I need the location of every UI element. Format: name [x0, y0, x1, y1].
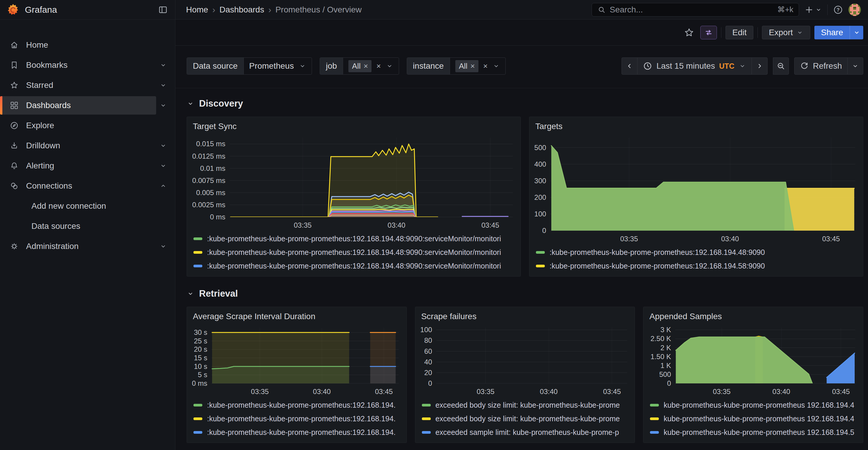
time-picker-group: Last 15 minutes UTC	[622, 58, 768, 74]
targets-chart[interactable]: 010020030040050003:3503:4003:45	[532, 133, 859, 244]
svg-text:0: 0	[542, 226, 546, 234]
sidebar-item-drilldown[interactable]: Drilldown	[0, 136, 175, 156]
chevron-down-icon[interactable]	[156, 61, 170, 69]
chevron-down-icon[interactable]	[156, 142, 170, 150]
svg-text:0: 0	[667, 379, 671, 387]
export-button[interactable]: Export	[762, 26, 810, 39]
sidebar-item-home[interactable]: Home	[0, 35, 175, 55]
chevron-down-icon[interactable]	[156, 101, 170, 109]
clear-all-icon[interactable]: ×	[376, 62, 381, 71]
legend-item[interactable]: :kube-prometheus-kube-prome-prometheus:1…	[193, 232, 518, 246]
sidebar-item-administration[interactable]: Administration	[0, 236, 175, 256]
scrape-failures-chart[interactable]: 02040608010003:3503:4003:45	[418, 324, 631, 397]
svg-text:1.50 K: 1.50 K	[651, 353, 671, 361]
panel-title[interactable]: Average Scrape Interval Duration	[187, 307, 406, 322]
legend-item[interactable]: exceeded sample limit: kube-prometheus-k…	[422, 425, 632, 439]
legend-item[interactable]: kube-prometheus-kube-prome-prometheus 19…	[650, 425, 861, 439]
sidebar-link-explore[interactable]: Explore	[0, 116, 170, 135]
sidebar-item-bookmarks[interactable]: Bookmarks	[0, 55, 175, 75]
sidebar-item-label: Drilldown	[26, 141, 60, 151]
sidebar-item-add-new-connection[interactable]: Add new connection	[0, 196, 175, 216]
sidebar-item-explore[interactable]: Explore	[0, 116, 175, 136]
search-box[interactable]: ⌘+k	[592, 3, 799, 17]
favorite-star-button[interactable]	[682, 26, 696, 40]
panel-title[interactable]: Target Sync	[187, 117, 521, 132]
variable-value-dropdown[interactable]: All××	[450, 58, 505, 74]
sidebar-link-starred[interactable]: Starred	[0, 76, 156, 94]
time-range-picker[interactable]: Last 15 minutes UTC	[637, 58, 752, 74]
legend-item[interactable]: :kube-prometheus-kube-prome-prometheus:1…	[193, 398, 404, 412]
legend-item[interactable]: :kube-prometheus-kube-prome-prometheus:1…	[536, 259, 861, 273]
legend-item[interactable]: :kube-prometheus-kube-prome-prometheus:1…	[193, 412, 404, 425]
appended-samples-chart[interactable]: 05001 K1.50 K2 K2.50 K3 K03:3503:4003:45	[646, 324, 859, 397]
search-input[interactable]	[610, 5, 774, 14]
chevron-down-icon[interactable]	[156, 162, 170, 170]
sidebar-link-administration[interactable]: Administration	[0, 237, 156, 256]
svg-text:03:35: 03:35	[620, 235, 638, 243]
average-scrape-interval-duration-chart[interactable]: 0 ms5 s10 s15 s20 s25 s30 s03:3503:4003:…	[189, 324, 402, 397]
legend-color-dash	[193, 237, 202, 240]
legend-item[interactable]: exceeded body size limit: kube-prometheu…	[422, 412, 632, 425]
variable-chip[interactable]: All×	[455, 60, 478, 72]
section-header-discovery[interactable]: Discovery	[187, 98, 863, 109]
chevron-down-icon[interactable]	[156, 243, 170, 250]
sidebar-link-drilldown[interactable]: Drilldown	[0, 136, 156, 155]
legend-item[interactable]: :kube-prometheus-kube-prome-prometheus:1…	[536, 246, 861, 259]
chip-remove-icon[interactable]: ×	[364, 62, 368, 71]
sidebar-link-dashboards[interactable]: Dashboards	[0, 96, 156, 115]
refresh-interval-dropdown[interactable]	[847, 58, 863, 74]
legend-item[interactable]: :kube-prometheus-kube-prome-prometheus:1…	[193, 246, 518, 259]
sidebar-link-data-sources[interactable]: Data sources	[0, 217, 170, 235]
sidebar-link-home[interactable]: Home	[0, 36, 170, 54]
panel-title[interactable]: Scrape failures	[415, 307, 635, 322]
dock-menu-button[interactable]	[158, 5, 168, 15]
svg-text:5 s: 5 s	[198, 371, 207, 379]
share-group: Share	[814, 26, 863, 39]
chip-remove-icon[interactable]: ×	[470, 62, 475, 71]
sidebar-link-bookmarks[interactable]: Bookmarks	[0, 56, 156, 74]
refresh-button[interactable]: Refresh	[794, 58, 847, 74]
time-shift-forward-button[interactable]	[751, 58, 768, 74]
breadcrumb-item-home[interactable]: Home	[186, 5, 208, 14]
user-avatar[interactable]	[848, 4, 861, 16]
sidebar-link-connections[interactable]: Connections	[0, 177, 156, 195]
edit-button[interactable]: Edit	[725, 26, 753, 39]
breadcrumb-item-dashboards[interactable]: Dashboards	[219, 5, 264, 14]
legend-item[interactable]: :kube-prometheus-kube-prome-prometheus:1…	[193, 259, 518, 273]
chevron-down-icon[interactable]	[156, 82, 170, 89]
panel-title[interactable]: Targets	[529, 117, 863, 132]
panel-title[interactable]: Appended Samples	[644, 307, 863, 322]
compare-arrows-button[interactable]	[700, 26, 717, 39]
legend-item[interactable]: :kube-prometheus-kube-prome-prometheus:1…	[193, 425, 404, 439]
zoom-out-button[interactable]	[773, 58, 789, 74]
sidebar-item-label: Alerting	[26, 161, 54, 170]
sidebar-item-data-sources[interactable]: Data sources	[0, 216, 175, 236]
sidebar-item-starred[interactable]: Starred	[0, 75, 175, 95]
sidebar-item-connections[interactable]: Connections	[0, 176, 175, 196]
sidebar-link-add-new-connection[interactable]: Add new connection	[0, 197, 170, 215]
legend-label: kube-prometheus-kube-prome-prometheus 19…	[663, 401, 854, 410]
share-button[interactable]: Share	[814, 26, 849, 39]
sidebar-item-dashboards[interactable]: Dashboards	[0, 95, 175, 116]
legend-item[interactable]: kube-prometheus-kube-prome-prometheus 19…	[650, 412, 861, 425]
sidebar-item-alerting[interactable]: Alerting	[0, 156, 175, 176]
variable-chip[interactable]: All×	[348, 60, 371, 72]
legend-label: :kube-prometheus-kube-prome-prometheus:1…	[207, 428, 396, 437]
sidebar-link-alerting[interactable]: Alerting	[0, 157, 156, 175]
chevron-up-icon[interactable]	[156, 182, 170, 190]
clear-all-icon[interactable]: ×	[483, 62, 488, 71]
section-header-retrieval[interactable]: Retrieval	[187, 288, 863, 299]
share-dropdown-button[interactable]	[849, 26, 863, 39]
grafana-logo[interactable]	[7, 3, 19, 16]
legend-item[interactable]: exceeded body size limit: kube-prometheu…	[422, 398, 632, 412]
variable-value-dropdown[interactable]: Prometheus	[244, 58, 312, 74]
legend-color-dash	[193, 417, 202, 420]
legend-item[interactable]: kube-prometheus-kube-prome-prometheus 19…	[650, 398, 861, 412]
time-shift-back-button[interactable]	[622, 58, 638, 74]
add-button[interactable]	[804, 5, 822, 14]
help-button[interactable]: ?	[833, 5, 843, 15]
target-sync-chart[interactable]: 0 ms0.0025 ms0.005 ms0.0075 ms0.01 ms0.0…	[189, 133, 516, 231]
topbar-right: ⌘+k ?	[592, 3, 861, 17]
legend-label: exceeded body size limit: kube-prometheu…	[435, 401, 620, 410]
variable-value-dropdown[interactable]: All××	[343, 58, 398, 74]
